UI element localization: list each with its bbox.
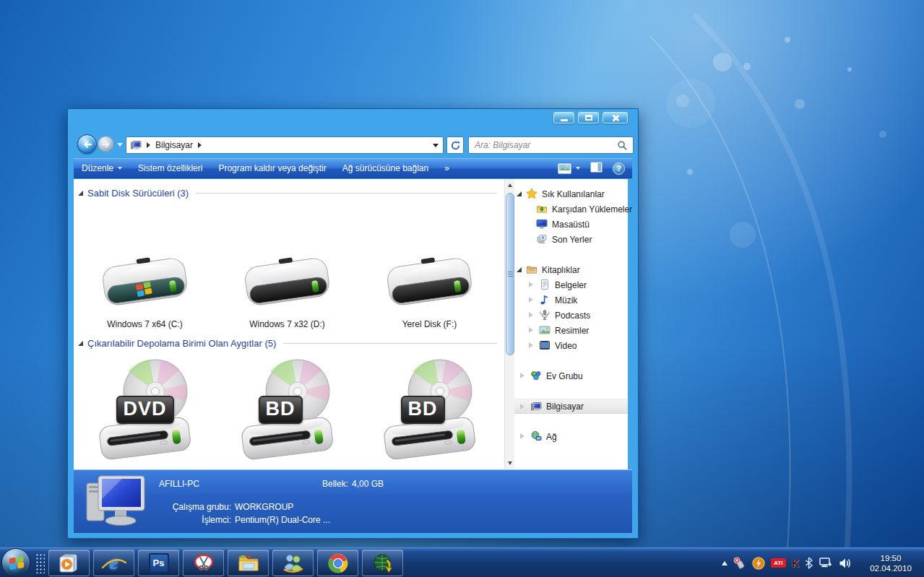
nav-pictures[interactable]: Resimler: [514, 323, 628, 338]
folder-icon: [237, 553, 260, 573]
bluetooth-icon[interactable]: [805, 557, 813, 569]
address-bar[interactable]: Bilgisayar: [126, 136, 444, 154]
nav-podcasts[interactable]: Podcasts: [514, 308, 628, 323]
memory-info: Bellek: 4,00 GB: [322, 479, 384, 489]
drive-f-item[interactable]: Yerel Disk (F:): [358, 253, 501, 329]
toolbar-map-network-drive[interactable]: Ağ sürücüsüne bağlan: [334, 163, 436, 173]
expander-open-icon[interactable]: [517, 267, 522, 272]
breadcrumb-arrow-icon[interactable]: [198, 142, 202, 148]
taskbar-jdownloader-button[interactable]: [362, 550, 403, 576]
show-hidden-icons-button[interactable]: [722, 561, 727, 565]
kaspersky-tray-icon[interactable]: K: [792, 558, 799, 568]
nav-favorites-group[interactable]: Sık Kullanılanlar: [514, 186, 628, 201]
section-header-hard-disks[interactable]: Sabit Disk Sürücüleri (3): [78, 186, 497, 199]
taskbar-chrome-button[interactable]: [317, 550, 358, 576]
toolbar-overflow-chevron[interactable]: »: [436, 163, 457, 173]
photoshop-icon: Ps: [149, 553, 169, 573]
breadcrumb-arrow-icon[interactable]: [147, 142, 150, 148]
section-divider: [196, 193, 497, 194]
nav-recent-places[interactable]: Son Yerler: [514, 232, 628, 247]
dvd-drive-item[interactable]: DVD: [74, 355, 216, 464]
expander-closed-icon[interactable]: [529, 342, 533, 348]
nav-video[interactable]: Video: [514, 338, 628, 353]
toolbar-organize[interactable]: Düzenle: [74, 163, 130, 173]
section-collapse-icon[interactable]: [78, 341, 83, 346]
toolbar-uninstall-program[interactable]: Program kaldır veya değiştir: [210, 163, 334, 173]
hard-drive-icon: [99, 253, 191, 311]
nav-network[interactable]: Ağ: [514, 429, 628, 444]
search-icon[interactable]: [617, 140, 628, 151]
section-collapse-icon[interactable]: [78, 191, 83, 196]
toolbar-system-properties[interactable]: Sistem özellikleri: [130, 163, 210, 173]
search-box[interactable]: Ara: Bilgisayar: [468, 136, 634, 154]
breadcrumb-location[interactable]: Bilgisayar: [155, 140, 193, 150]
maximize-button[interactable]: [578, 112, 599, 123]
taskbar-explorer-button[interactable]: [228, 550, 269, 576]
document-icon: [539, 279, 550, 290]
taskbar-internet-explorer-button[interactable]: e: [93, 550, 134, 576]
volume-icon[interactable]: [839, 558, 852, 569]
nav-computer-selected[interactable]: Bilgisayar: [514, 399, 628, 414]
expander-closed-icon[interactable]: [529, 312, 533, 318]
memory-value: 4,00 GB: [352, 479, 384, 489]
command-bar-right: ?: [558, 162, 625, 175]
bd-drive-item[interactable]: BD: [216, 355, 358, 464]
expander-closed-icon[interactable]: [520, 433, 524, 439]
taskbar-snipping-tool-button[interactable]: [183, 550, 224, 576]
section-header-removable[interactable]: Çıkarılabilir Depolama Birimi Olan Aygıt…: [78, 337, 497, 350]
help-button[interactable]: ?: [613, 162, 625, 175]
vertical-scrollbar[interactable]: [504, 179, 514, 469]
optical-drive-row: DVD: [74, 355, 504, 464]
ati-tray-icon[interactable]: ATI: [771, 558, 786, 568]
recent-pages-chevron-icon[interactable]: [117, 143, 123, 147]
command-bar: Düzenle Sistem özellikleri Program kaldı…: [74, 158, 632, 178]
hard-drive-icon: [241, 253, 334, 311]
taskbar-messenger-button[interactable]: [272, 550, 314, 576]
downloads-folder-icon: [536, 203, 548, 214]
views-button[interactable]: [558, 163, 580, 174]
drive-c-item[interactable]: Windows 7 x64 (C:): [74, 253, 216, 329]
scroll-up-button[interactable]: [506, 180, 514, 191]
minimize-button[interactable]: [553, 112, 574, 123]
taskbar-grip[interactable]: [35, 553, 45, 573]
expander-open-icon[interactable]: [517, 191, 522, 196]
nav-downloads[interactable]: Karşıdan Yüklemeler: [514, 201, 628, 217]
start-button[interactable]: [1, 548, 30, 577]
nav-documents[interactable]: Belgeler: [514, 277, 628, 292]
nav-libraries-group[interactable]: Kitaplıklar: [514, 262, 628, 277]
scrollbar-thumb[interactable]: [506, 193, 514, 355]
bd-drive-item[interactable]: BD: [358, 355, 501, 464]
preview-pane-button[interactable]: [590, 162, 603, 175]
back-button[interactable]: [77, 134, 97, 154]
refresh-button[interactable]: [446, 136, 464, 154]
scroll-up-icon: [508, 183, 512, 187]
expander-closed-icon[interactable]: [529, 327, 533, 333]
taskbar-clock[interactable]: 19:50 02.04.2010: [860, 553, 921, 573]
orange-flame-tray-icon[interactable]: [752, 557, 765, 570]
safely-remove-hardware-icon[interactable]: [733, 557, 746, 570]
address-dropdown-button[interactable]: [428, 137, 443, 153]
file-list-area: Sabit Disk Sürücüleri (3): [74, 179, 504, 469]
expander-closed-icon[interactable]: [529, 297, 533, 303]
nav-homegroup[interactable]: Ev Grubu: [514, 368, 628, 383]
expander-closed-icon[interactable]: [520, 373, 524, 378]
taskbar-media-player-button[interactable]: [48, 550, 90, 576]
dvd-badge: DVD: [116, 396, 174, 424]
navigation-row: Bilgisayar Ara: Bilgisayar: [74, 134, 632, 157]
nav-desktop[interactable]: Masaüstü: [514, 217, 628, 232]
drive-label: Yerel Disk (F:): [402, 319, 457, 329]
search-placeholder: Ara: Bilgisayar: [469, 140, 617, 150]
close-button[interactable]: [603, 112, 628, 123]
network-tray-icon[interactable]: [819, 557, 833, 569]
forward-button[interactable]: [98, 136, 114, 152]
back-arrow-icon: [81, 138, 94, 151]
taskbar-photoshop-button[interactable]: Ps: [138, 550, 179, 576]
expander-closed-icon[interactable]: [520, 404, 524, 409]
system-tray: ATI K 19:50 02.04.2010: [722, 548, 923, 577]
nav-music[interactable]: Müzik: [514, 292, 628, 308]
cpu-label: İşlemci:: [159, 515, 231, 525]
drive-d-item[interactable]: Windows 7 x32 (D:): [216, 253, 358, 329]
expander-closed-icon[interactable]: [529, 282, 533, 287]
scroll-down-button[interactable]: [506, 458, 514, 469]
music-note-icon: [539, 294, 550, 305]
